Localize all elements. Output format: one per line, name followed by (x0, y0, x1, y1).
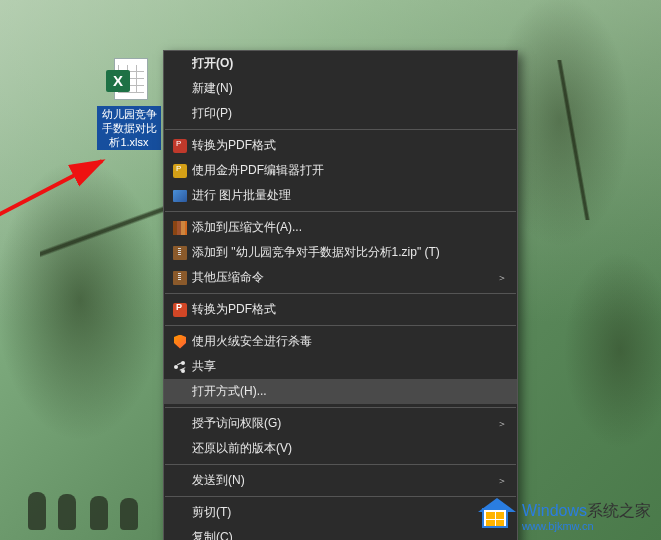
menu-item[interactable]: 复制(C) (164, 525, 517, 540)
menu-separator (165, 293, 516, 294)
menu-item[interactable]: 授予访问权限(G)＞ (164, 411, 517, 436)
menu-item[interactable]: 进行 图片批量处理 (164, 183, 517, 208)
menu-separator (165, 496, 516, 497)
menu-item-label: 打开方式(H)... (192, 383, 497, 400)
menu-item-label: 添加到 "幼儿园竞争对手数据对比分析1.zip" (T) (192, 244, 497, 261)
menu-item-label: 复制(C) (192, 529, 497, 540)
menu-item[interactable]: 打开(O) (164, 51, 517, 76)
menu-item-label: 进行 图片批量处理 (192, 187, 497, 204)
menu-separator (165, 464, 516, 465)
blank-icon (168, 79, 192, 99)
menu-item[interactable]: 使用金舟PDF编辑器打开 (164, 158, 517, 183)
menu-item[interactable]: 转换为PDF格式 (164, 297, 517, 322)
pdf-red-icon (168, 136, 192, 156)
context-menu: 打开(O)新建(N)打印(P)转换为PDF格式使用金舟PDF编辑器打开进行 图片… (163, 50, 518, 540)
brand-url: www.bjkmw.cn (522, 520, 651, 532)
blank-icon (168, 54, 192, 74)
menu-item[interactable]: 添加到 "幼儿园竞争对手数据对比分析1.zip" (T) (164, 240, 517, 265)
excel-file-icon: X (106, 58, 152, 104)
menu-item-label: 使用金舟PDF编辑器打开 (192, 162, 497, 179)
menu-item-label: 剪切(T) (192, 504, 497, 521)
menu-item-label: 新建(N) (192, 80, 497, 97)
menu-separator (165, 325, 516, 326)
desktop-file-label: 幼儿园竞争手数据对比析1.xlsx (97, 106, 161, 150)
menu-item-label: 添加到压缩文件(A)... (192, 219, 497, 236)
pdf-gold-icon (168, 161, 192, 181)
menu-item-label: 使用火绒安全进行杀毒 (192, 333, 497, 350)
watermark-branding: Windows系统之家 www.bjkmw.cn (480, 502, 651, 532)
menu-item[interactable]: 还原以前的版本(V) (164, 436, 517, 461)
zip-icon (168, 243, 192, 263)
menu-item-label: 转换为PDF格式 (192, 301, 497, 318)
submenu-arrow-icon: ＞ (497, 417, 507, 431)
submenu-arrow-icon: ＞ (497, 474, 507, 488)
blank-icon (168, 104, 192, 124)
menu-item[interactable]: 使用火绒安全进行杀毒 (164, 329, 517, 354)
blank-icon (168, 528, 192, 541)
menu-item[interactable]: 新建(N) (164, 76, 517, 101)
menu-separator (165, 211, 516, 212)
menu-item-label: 打开(O) (192, 55, 497, 72)
blank-icon (168, 471, 192, 491)
blank-icon (168, 382, 192, 402)
ppt-icon (168, 300, 192, 320)
menu-item[interactable]: 转换为PDF格式 (164, 133, 517, 158)
menu-item-label: 授予访问权限(G) (192, 415, 497, 432)
windows-house-icon (480, 502, 514, 532)
zip-icon (168, 268, 192, 288)
menu-item[interactable]: 剪切(T) (164, 500, 517, 525)
menu-item-label: 发送到(N) (192, 472, 497, 489)
menu-item[interactable]: 共享 (164, 354, 517, 379)
menu-item[interactable]: 打印(P) (164, 101, 517, 126)
menu-item[interactable]: 添加到压缩文件(A)... (164, 215, 517, 240)
brand-line1: Windows系统之家 (522, 502, 651, 520)
menu-item-label: 打印(P) (192, 105, 497, 122)
shield-icon (168, 332, 192, 352)
menu-item[interactable]: 发送到(N)＞ (164, 468, 517, 493)
menu-separator (165, 407, 516, 408)
img-icon (168, 186, 192, 206)
blank-icon (168, 439, 192, 459)
wallpaper-figures (20, 480, 160, 530)
menu-separator (165, 129, 516, 130)
share-icon (168, 357, 192, 377)
menu-item-label: 还原以前的版本(V) (192, 440, 497, 457)
blank-icon (168, 503, 192, 523)
desktop-file-excel[interactable]: X 幼儿园竞争手数据对比析1.xlsx (97, 58, 161, 150)
submenu-arrow-icon: ＞ (497, 271, 507, 285)
menu-item-label: 转换为PDF格式 (192, 137, 497, 154)
menu-item-label: 其他压缩命令 (192, 269, 497, 286)
blank-icon (168, 414, 192, 434)
menu-item[interactable]: 其他压缩命令＞ (164, 265, 517, 290)
menu-item-label: 共享 (192, 358, 497, 375)
menu-item[interactable]: 打开方式(H)... (164, 379, 517, 404)
books-icon (168, 218, 192, 238)
